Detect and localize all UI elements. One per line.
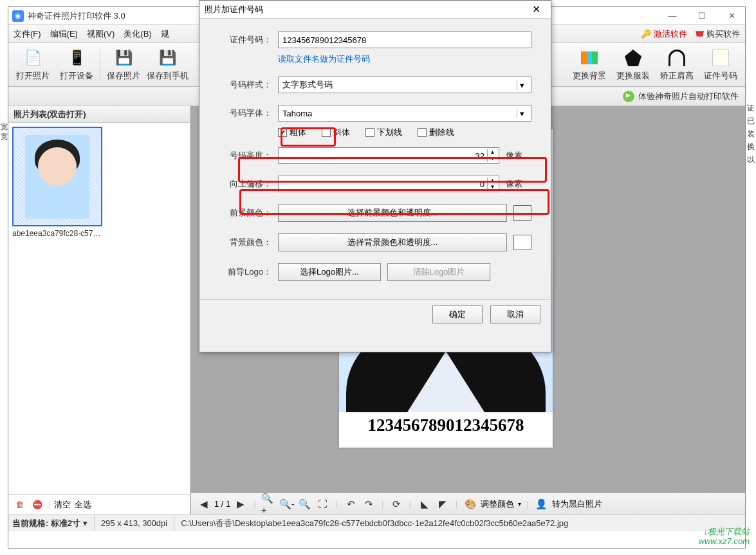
status-spec-value: 标准2寸	[51, 518, 80, 529]
activate-button[interactable]: 🔑激活软件	[641, 28, 687, 40]
cart-icon	[694, 30, 704, 39]
shoulder-icon	[667, 48, 687, 68]
id-input[interactable]	[278, 32, 531, 48]
id-label: 证件号码：	[219, 34, 272, 46]
prev-page-button[interactable]: ◀	[196, 496, 212, 512]
strike-checkbox[interactable]: 删除线	[418, 127, 454, 138]
flip-h-icon[interactable]: ◣	[417, 496, 432, 512]
status-spec-label: 当前规格:	[12, 518, 48, 529]
reset-icon[interactable]: ⟳	[389, 496, 404, 512]
menu-file[interactable]: 文件(F)	[14, 28, 41, 40]
height-spinner[interactable]: 32▲▼	[278, 147, 499, 164]
rotate-right-icon[interactable]: ↷	[361, 496, 376, 512]
close-button[interactable]: ✕	[722, 11, 741, 21]
spin-up-icon[interactable]: ▲	[488, 149, 497, 156]
save-photo-button[interactable]: 💾保存照片	[102, 46, 145, 84]
to-bw-button[interactable]: 👤 转为黑白照片	[534, 496, 602, 512]
ok-button[interactable]: 确定	[432, 305, 483, 323]
spin-up-icon[interactable]: ▲	[488, 177, 497, 184]
photo-list[interactable]: abe1eea3ca79fc28-c577ebdcb0f...	[8, 123, 190, 494]
thumbnail-name: abe1eea3ca79fc28-c577ebdcb0f...	[12, 229, 102, 238]
menu-beautify[interactable]: 美化(B)	[124, 28, 151, 40]
list-item[interactable]: abe1eea3ca79fc28-c577ebdcb0f...	[12, 127, 102, 238]
bg-color-button[interactable]: 选择背景颜色和透明度...	[278, 233, 507, 251]
clear-button[interactable]: 清空	[54, 499, 71, 511]
dialog-title: 照片加证件号码	[205, 4, 526, 15]
maximize-button[interactable]: ☐	[692, 11, 712, 21]
app-logo-icon: ◉	[12, 10, 24, 22]
zoom-out-icon[interactable]: 🔍-	[279, 496, 295, 512]
style-select[interactable]: 文字形式号码▾	[278, 77, 531, 93]
fg-label: 前景颜色：	[219, 207, 272, 219]
remove-icon[interactable]: ⛔	[30, 498, 44, 512]
delete-icon[interactable]: 🗑	[12, 498, 26, 512]
photo-list-panel: 照片列表(双击打开) abe1eea3ca79fc28-c577ebdcb0f.…	[8, 106, 191, 514]
watermark: ↓极光下载站www.xz7.com	[699, 527, 750, 546]
checkbox-icon	[322, 128, 331, 137]
next-page-button[interactable]: ▶	[233, 496, 248, 512]
fg-swatch[interactable]	[513, 205, 531, 221]
open-device-button[interactable]: 📱打开设备	[55, 46, 98, 84]
chevron-down-icon: ▾	[517, 109, 527, 118]
open-photo-icon: 📄	[23, 48, 43, 68]
open-photo-button[interactable]: 📄打开照片	[11, 46, 55, 84]
minimize-button[interactable]: —	[663, 11, 682, 21]
checkbox-icon	[365, 128, 374, 137]
bg-icon	[579, 48, 600, 68]
play-icon	[623, 91, 634, 102]
italic-checkbox[interactable]: 斜体	[322, 127, 350, 138]
clear-logo-button[interactable]: 清除Logo图片	[387, 263, 490, 281]
rotate-left-icon[interactable]: ↶	[343, 496, 358, 512]
spin-down-icon[interactable]: ▼	[488, 156, 497, 162]
logo-label: 前导Logo：	[219, 266, 272, 278]
adjust-color-button[interactable]: 🎨 调整颜色▾	[463, 496, 521, 512]
font-select[interactable]: Tahoma▾	[278, 105, 531, 122]
dialog-close-button[interactable]: ✕	[526, 3, 546, 15]
height-label: 号码高度：	[219, 150, 272, 161]
promo-link[interactable]: 体验神奇照片自动打印软件	[623, 91, 739, 102]
page-indicator: 1 / 1	[214, 499, 230, 509]
checkbox-icon	[418, 128, 427, 137]
fg-color-button[interactable]: 选择前景颜色和透明度...	[278, 204, 507, 222]
offset-spinner[interactable]: 0▲▼	[278, 176, 499, 192]
device-icon: 📱	[66, 48, 87, 68]
select-logo-button[interactable]: 选择Logo图片...	[278, 263, 381, 281]
left-edge-text: 宽 宽	[0, 122, 8, 141]
offset-label: 向上偏移：	[219, 178, 272, 190]
toolbar-separator	[100, 49, 100, 81]
cancel-button[interactable]: 取消	[490, 305, 540, 323]
zoom-fit-icon[interactable]: 🔍	[297, 496, 313, 512]
change-clothes-button[interactable]: 更换服装	[611, 46, 655, 84]
id-number-button[interactable]: 证件号码	[699, 46, 742, 84]
statusbar: 当前规格: 标准2寸 ▾ 295 x 413, 300dpi C:\Users\…	[8, 514, 745, 531]
person-icon: 👤	[534, 496, 549, 512]
key-icon: 🔑	[641, 29, 651, 39]
save-phone-button[interactable]: 💾保存到手机	[145, 46, 189, 84]
bold-checkbox[interactable]: ✔粗体	[278, 127, 306, 138]
menu-view[interactable]: 视图(V)	[87, 28, 115, 40]
menu-spec[interactable]: 规	[161, 28, 169, 40]
font-label: 号码字体：	[219, 107, 272, 119]
select-all-button[interactable]: 全选	[75, 499, 91, 511]
list-footer: 🗑 ⛔ | 清空 全选	[8, 494, 190, 514]
flip-v-icon[interactable]: ◤	[435, 496, 450, 512]
read-filename-link[interactable]: 读取文件名做为证件号码	[278, 53, 370, 65]
spin-down-icon[interactable]: ▼	[488, 184, 497, 190]
save-icon: 💾	[113, 48, 134, 68]
bg-swatch[interactable]	[513, 235, 531, 250]
underline-checkbox[interactable]: 下划线	[365, 127, 402, 138]
px-unit: 像素	[506, 178, 531, 190]
checkbox-checked-icon: ✔	[278, 128, 287, 137]
change-bg-button[interactable]: 更换背景	[567, 46, 611, 84]
preview-toolbar: ◀ 1 / 1 ▶ | 🔍+ 🔍- 🔍 ⛶ | ↶ ↷ | ⟳	[191, 493, 745, 514]
buy-button[interactable]: 购买软件	[694, 28, 740, 40]
fix-shoulder-button[interactable]: 矫正肩高	[655, 46, 699, 84]
menu-edit[interactable]: 编辑(E)	[50, 28, 78, 40]
avatar-icon	[710, 48, 731, 68]
id-number-dialog: 照片加证件号码 ✕ 证件号码： 读取文件名做为证件号码 号码样式： 文字形式号码…	[199, 0, 551, 352]
zoom-in-icon[interactable]: 🔍+	[261, 496, 277, 512]
thumbnail[interactable]	[12, 127, 102, 226]
dialog-titlebar: 照片加证件号码 ✕	[199, 1, 551, 19]
fullscreen-icon[interactable]: ⛶	[315, 496, 331, 512]
status-dimensions: 295 x 413, 300dpi	[101, 515, 174, 531]
